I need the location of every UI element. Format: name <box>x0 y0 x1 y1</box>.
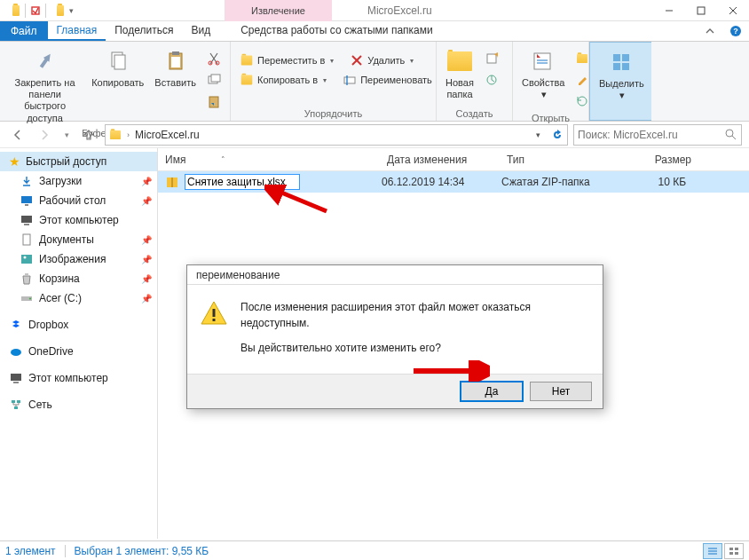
svg-rect-37 <box>24 224 29 225</box>
pin-icon: 📌 <box>141 196 152 206</box>
address-folder[interactable]: MicroExcel.ru <box>131 129 203 141</box>
search-box[interactable] <box>573 124 742 146</box>
new-item-button[interactable]: ✦ <box>481 49 502 68</box>
col-name[interactable]: Имя˄ <box>165 154 387 166</box>
status-selection: Выбран 1 элемент: 9,55 КБ <box>75 545 209 557</box>
svg-rect-38 <box>23 234 30 245</box>
address-chevron-icon[interactable]: › <box>125 130 131 139</box>
svg-rect-61 <box>729 552 733 555</box>
sidebar-item-drive-c[interactable]: Acer (C:)📌 <box>0 288 157 308</box>
nav-recent-dropdown[interactable]: ▾ <box>60 124 73 146</box>
search-input[interactable] <box>578 129 725 141</box>
ribbon-group-open: Свойства ▾ Открыть <box>513 42 589 121</box>
tab-share[interactable]: Поделиться <box>106 21 182 41</box>
cut-button[interactable] <box>203 49 225 68</box>
search-icon[interactable] <box>725 129 737 141</box>
ribbon-group-new: Новая папка ✦ Создать <box>437 42 513 121</box>
svg-rect-24 <box>534 53 550 69</box>
file-row[interactable]: 06.12.2019 14:34 Сжатая ZIP-папка 10 КБ <box>158 171 749 193</box>
rename-button[interactable]: Переименовать <box>339 72 436 88</box>
copy-path-button[interactable] <box>203 70 225 90</box>
paste-label: Вставить <box>154 77 196 89</box>
svg-rect-29 <box>622 54 629 61</box>
col-date[interactable]: Дата изменения <box>387 154 507 166</box>
minimize-button[interactable] <box>653 0 685 21</box>
paste-shortcut-button[interactable] <box>203 91 225 111</box>
help-icon[interactable]: ? <box>729 21 742 41</box>
pin-to-quick-access-button[interactable]: Закрепить на панели быстрого доступа <box>5 45 84 126</box>
sidebar-network[interactable]: Сеть <box>0 395 157 414</box>
svg-rect-60 <box>735 548 738 550</box>
ribbon-group-select: Выделить ▾ <box>589 42 651 121</box>
nav-forward-button[interactable] <box>34 124 55 146</box>
svg-point-44 <box>11 349 21 356</box>
tab-view[interactable]: Вид <box>182 21 219 41</box>
col-type[interactable]: Тип <box>507 154 631 166</box>
file-tab[interactable]: Файл <box>0 21 48 41</box>
view-details-button[interactable] <box>703 543 722 559</box>
tab-home[interactable]: Главная <box>48 21 106 41</box>
sidebar-item-recycle-bin[interactable]: Корзина📌 <box>0 269 157 288</box>
address-root[interactable] <box>106 130 125 140</box>
svg-rect-8 <box>114 55 125 69</box>
sidebar-item-documents[interactable]: Документы📌 <box>0 230 157 249</box>
nav-back-button[interactable] <box>7 124 28 146</box>
rename-input[interactable] <box>185 174 300 190</box>
ribbon-collapse-icon[interactable] <box>705 21 715 41</box>
dialog-no-button[interactable]: Нет <box>530 382 592 401</box>
sidebar-this-pc[interactable]: Этот компьютер <box>0 368 157 388</box>
file-size: 10 КБ <box>626 176 697 188</box>
properties-button[interactable]: Свойства ▾ <box>518 45 568 102</box>
address-bar-row: ▾ › MicroExcel.ru ▾ <box>0 122 749 148</box>
window-title: MicroExcel.ru <box>367 4 432 17</box>
delete-button[interactable]: Удалить▾ <box>346 52 417 68</box>
sidebar-item-this-pc-pinned[interactable]: Этот компьютер <box>0 210 157 230</box>
navigation-sidebar[interactable]: ★ Быстрый доступ Загрузки📌 Рабочий стол📌… <box>0 148 158 539</box>
refresh-button[interactable] <box>548 125 567 145</box>
qat-properties-icon[interactable] <box>31 6 40 15</box>
svg-rect-16 <box>209 97 218 107</box>
sidebar-item-desktop[interactable]: Рабочий стол📌 <box>0 191 157 210</box>
svg-text:?: ? <box>733 27 738 35</box>
svg-rect-19 <box>344 77 355 83</box>
nav-up-button[interactable] <box>78 124 99 146</box>
new-folder-button[interactable]: Новая папка <box>442 45 477 102</box>
svg-rect-11 <box>171 57 180 67</box>
move-to-button[interactable]: Переместить в▾ <box>236 52 337 68</box>
qat-dropdown-icon[interactable]: ▾ <box>69 6 74 15</box>
sidebar-quick-access[interactable]: ★ Быстрый доступ <box>0 152 157 171</box>
close-button[interactable] <box>717 0 749 21</box>
svg-rect-48 <box>17 400 20 403</box>
view-thumbnails-button[interactable] <box>724 543 744 559</box>
dialog-text: После изменения расширения этот файл мож… <box>240 299 590 365</box>
ribbon-group-organize: Переместить в▾ Удалить▾ Копировать в▾ Пе… <box>231 42 437 121</box>
svg-rect-2 <box>698 7 705 14</box>
svg-text:✦: ✦ <box>493 52 498 59</box>
dialog-yes-button[interactable]: Да <box>461 382 523 401</box>
svg-point-27 <box>578 97 587 106</box>
svg-rect-53 <box>213 319 216 321</box>
svg-rect-36 <box>21 216 32 223</box>
copy-to-button[interactable]: Копировать в▾ <box>236 72 330 88</box>
status-item-count: 1 элемент <box>5 545 56 557</box>
open-group-label: Открыть <box>518 111 583 123</box>
ribbon: Закрепить на панели быстрого доступа Коп… <box>0 42 749 122</box>
tab-compressed-tools[interactable]: Средства работы со сжатыми папками <box>232 21 442 41</box>
maximize-button[interactable] <box>685 0 717 21</box>
svg-rect-39 <box>21 255 32 264</box>
copy-label: Копировать <box>91 77 144 89</box>
easy-access-button[interactable] <box>481 70 502 90</box>
paste-button[interactable]: Вставить <box>151 45 200 91</box>
sidebar-item-pictures[interactable]: Изображения📌 <box>0 249 157 269</box>
col-size[interactable]: Размер <box>631 154 702 166</box>
select-button[interactable]: Выделить ▾ <box>595 46 648 103</box>
sidebar-dropbox[interactable]: Dropbox <box>0 315 157 335</box>
svg-rect-35 <box>25 204 28 206</box>
address-history-dropdown[interactable]: ▾ <box>528 125 548 145</box>
sidebar-onedrive[interactable]: OneDrive <box>0 342 157 361</box>
copy-button[interactable]: Копировать <box>88 45 147 91</box>
svg-rect-31 <box>622 63 629 70</box>
address-bar[interactable]: › MicroExcel.ru ▾ <box>105 124 568 146</box>
qat-new-folder-icon[interactable] <box>51 4 64 17</box>
sidebar-item-downloads[interactable]: Загрузки📌 <box>0 171 157 191</box>
